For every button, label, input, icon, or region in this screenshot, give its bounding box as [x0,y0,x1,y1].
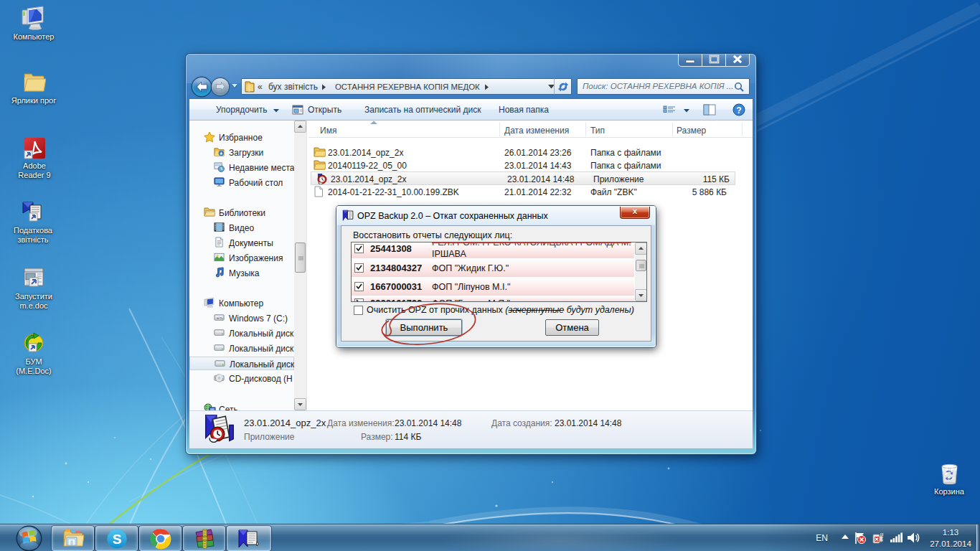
svg-text:S: S [112,532,121,547]
svg-text:?: ? [736,105,741,116]
